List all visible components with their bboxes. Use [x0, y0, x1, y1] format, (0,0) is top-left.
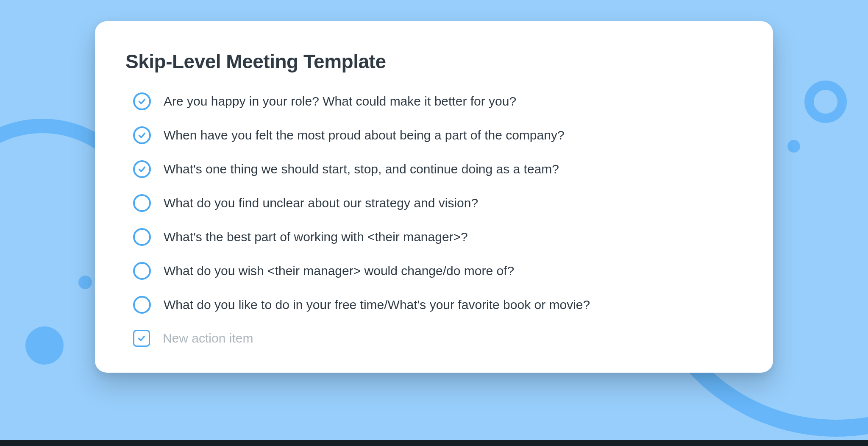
checkbox-circle[interactable]	[133, 126, 151, 144]
page-title: Skip-Level Meeting Template	[125, 50, 743, 73]
new-action-item-row[interactable]: New action item	[133, 330, 743, 347]
template-card: Skip-Level Meeting Template Are you happ…	[95, 21, 773, 373]
question-list: Are you happy in your role? What could m…	[125, 92, 743, 347]
list-item: What's the best part of working with <th…	[133, 228, 743, 246]
decorative-ring	[804, 81, 847, 123]
checkbox-circle[interactable]	[133, 228, 151, 246]
checkbox-circle[interactable]	[133, 92, 151, 110]
checkbox-square-icon[interactable]	[133, 330, 150, 347]
list-item: When have you felt the most proud about …	[133, 126, 743, 144]
question-text: What do you wish <their manager> would c…	[164, 262, 514, 280]
checkbox-circle[interactable]	[133, 296, 151, 314]
decorative-dot	[78, 276, 92, 289]
checkbox-circle[interactable]	[133, 262, 151, 280]
question-text: What's the best part of working with <th…	[164, 229, 468, 246]
checkbox-circle[interactable]	[133, 194, 151, 212]
question-text: What's one thing we should start, stop, …	[164, 161, 559, 178]
list-item: What do you find unclear about our strat…	[133, 194, 743, 212]
list-item: What do you wish <their manager> would c…	[133, 262, 743, 280]
list-item: Are you happy in your role? What could m…	[133, 92, 743, 110]
question-text: What do you like to do in your free time…	[164, 296, 590, 314]
new-action-item-placeholder[interactable]: New action item	[163, 330, 253, 347]
decorative-dot	[25, 326, 64, 365]
list-item: What do you like to do in your free time…	[133, 296, 743, 314]
checkbox-circle[interactable]	[133, 160, 151, 178]
decorative-dot	[787, 140, 800, 153]
list-item: What's one thing we should start, stop, …	[133, 160, 743, 178]
question-text: What do you find unclear about our strat…	[164, 195, 478, 212]
question-text: When have you felt the most proud about …	[164, 127, 565, 144]
question-text: Are you happy in your role? What could m…	[164, 93, 516, 110]
bottom-bar	[0, 440, 868, 446]
